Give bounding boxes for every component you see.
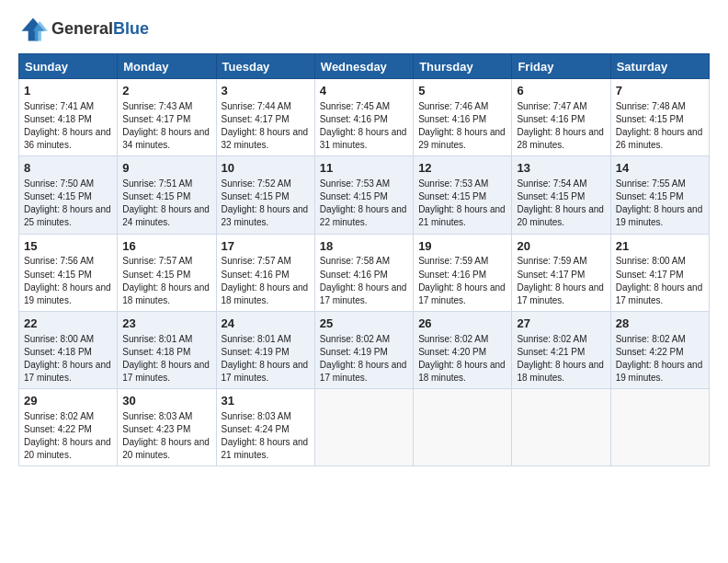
day-info: Sunrise: 7:50 AMSunset: 4:15 PMDaylight:… [24, 178, 111, 227]
day-number: 9 [122, 160, 210, 177]
calendar-cell: 11Sunrise: 7:53 AMSunset: 4:15 PMDayligh… [314, 156, 413, 234]
logo-icon [18, 15, 48, 44]
day-info: Sunrise: 7:58 AMSunset: 4:16 PMDaylight:… [320, 256, 407, 304]
day-info: Sunrise: 7:48 AMSunset: 4:15 PMDaylight:… [616, 101, 703, 150]
day-number: 20 [517, 238, 605, 255]
calendar-cell: 1Sunrise: 7:41 AMSunset: 4:18 PMDaylight… [19, 79, 118, 156]
calendar-week-row: 8Sunrise: 7:50 AMSunset: 4:15 PMDaylight… [19, 156, 710, 234]
calendar-header-row: SundayMondayTuesdayWednesdayThursdayFrid… [19, 54, 710, 79]
calendar-cell: 21Sunrise: 8:00 AMSunset: 4:17 PMDayligh… [610, 234, 709, 311]
calendar-week-row: 29Sunrise: 8:02 AMSunset: 4:22 PMDayligh… [19, 389, 710, 466]
calendar-week-row: 15Sunrise: 7:56 AMSunset: 4:15 PMDayligh… [19, 234, 710, 311]
day-info: Sunrise: 8:00 AMSunset: 4:17 PMDaylight:… [616, 256, 703, 304]
day-number: 23 [122, 316, 210, 332]
day-info: Sunrise: 8:03 AMSunset: 4:23 PMDaylight:… [122, 411, 210, 460]
calendar-cell: 12Sunrise: 7:53 AMSunset: 4:15 PMDayligh… [414, 156, 512, 234]
day-number: 7 [616, 83, 704, 99]
day-info: Sunrise: 8:01 AMSunset: 4:19 PMDaylight:… [222, 334, 309, 383]
day-number: 17 [222, 238, 310, 255]
day-number: 31 [222, 393, 310, 409]
day-info: Sunrise: 7:44 AMSunset: 4:17 PMDaylight:… [222, 101, 309, 150]
calendar-table: SundayMondayTuesdayWednesdayThursdayFrid… [18, 53, 710, 466]
calendar-cell: 25Sunrise: 8:02 AMSunset: 4:19 PMDayligh… [314, 311, 413, 388]
weekday-header-tuesday: Tuesday [216, 54, 314, 79]
day-number: 22 [24, 316, 112, 332]
calendar-cell [314, 389, 413, 466]
day-number: 16 [122, 238, 210, 255]
page: GeneralBlue SundayMondayTuesdayWednesday… [0, 0, 728, 481]
calendar-cell: 30Sunrise: 8:03 AMSunset: 4:23 PMDayligh… [118, 389, 216, 466]
calendar-cell [610, 389, 709, 466]
calendar-cell [414, 389, 512, 466]
day-info: Sunrise: 7:43 AMSunset: 4:17 PMDaylight:… [122, 101, 210, 150]
day-info: Sunrise: 7:52 AMSunset: 4:15 PMDaylight:… [222, 178, 309, 227]
calendar-cell: 4Sunrise: 7:45 AMSunset: 4:16 PMDaylight… [314, 79, 413, 156]
day-number: 10 [222, 160, 310, 177]
day-number: 2 [122, 83, 210, 99]
day-info: Sunrise: 8:02 AMSunset: 4:21 PMDaylight:… [517, 334, 604, 383]
weekday-header-saturday: Saturday [610, 54, 709, 79]
calendar-week-row: 1Sunrise: 7:41 AMSunset: 4:18 PMDaylight… [19, 79, 710, 156]
day-info: Sunrise: 7:56 AMSunset: 4:15 PMDaylight:… [24, 256, 111, 304]
day-info: Sunrise: 7:57 AMSunset: 4:16 PMDaylight:… [222, 256, 309, 304]
weekday-header-friday: Friday [512, 54, 610, 79]
day-info: Sunrise: 7:59 AMSunset: 4:16 PMDaylight:… [418, 256, 506, 304]
day-number: 30 [122, 393, 210, 409]
day-info: Sunrise: 7:41 AMSunset: 4:18 PMDaylight:… [24, 101, 111, 150]
weekday-header-wednesday: Wednesday [314, 54, 413, 79]
header: GeneralBlue [18, 15, 710, 44]
day-info: Sunrise: 8:02 AMSunset: 4:22 PMDaylight:… [616, 334, 703, 383]
day-info: Sunrise: 7:53 AMSunset: 4:15 PMDaylight:… [320, 178, 407, 227]
day-number: 3 [222, 83, 310, 99]
calendar-cell: 31Sunrise: 8:03 AMSunset: 4:24 PMDayligh… [216, 389, 314, 466]
weekday-header-thursday: Thursday [414, 54, 512, 79]
calendar-cell: 10Sunrise: 7:52 AMSunset: 4:15 PMDayligh… [216, 156, 314, 234]
calendar-cell: 8Sunrise: 7:50 AMSunset: 4:15 PMDaylight… [19, 156, 118, 234]
day-info: Sunrise: 8:02 AMSunset: 4:19 PMDaylight:… [320, 334, 407, 383]
day-info: Sunrise: 7:53 AMSunset: 4:15 PMDaylight:… [418, 178, 506, 227]
calendar-cell: 7Sunrise: 7:48 AMSunset: 4:15 PMDaylight… [610, 79, 709, 156]
day-number: 11 [320, 160, 408, 177]
calendar-cell: 9Sunrise: 7:51 AMSunset: 4:15 PMDaylight… [118, 156, 216, 234]
day-number: 13 [517, 160, 605, 177]
logo: GeneralBlue [18, 15, 149, 44]
day-number: 19 [418, 238, 506, 255]
day-info: Sunrise: 7:54 AMSunset: 4:15 PMDaylight:… [517, 178, 604, 227]
day-info: Sunrise: 7:51 AMSunset: 4:15 PMDaylight:… [122, 178, 210, 227]
calendar-cell: 24Sunrise: 8:01 AMSunset: 4:19 PMDayligh… [216, 311, 314, 388]
calendar-cell: 6Sunrise: 7:47 AMSunset: 4:16 PMDaylight… [512, 79, 610, 156]
day-info: Sunrise: 7:59 AMSunset: 4:17 PMDaylight:… [517, 256, 604, 304]
calendar-cell: 26Sunrise: 8:02 AMSunset: 4:20 PMDayligh… [414, 311, 512, 388]
calendar-cell: 23Sunrise: 8:01 AMSunset: 4:18 PMDayligh… [118, 311, 216, 388]
day-number: 8 [24, 160, 112, 177]
day-number: 12 [418, 160, 506, 177]
day-number: 1 [24, 83, 112, 99]
day-info: Sunrise: 7:45 AMSunset: 4:16 PMDaylight:… [320, 101, 407, 150]
day-number: 4 [320, 83, 408, 99]
calendar-cell: 15Sunrise: 7:56 AMSunset: 4:15 PMDayligh… [19, 234, 118, 311]
day-info: Sunrise: 8:00 AMSunset: 4:18 PMDaylight:… [24, 334, 111, 383]
weekday-header-sunday: Sunday [19, 54, 118, 79]
day-number: 27 [517, 316, 605, 332]
calendar-cell: 5Sunrise: 7:46 AMSunset: 4:16 PMDaylight… [414, 79, 512, 156]
day-info: Sunrise: 8:03 AMSunset: 4:24 PMDaylight:… [222, 411, 309, 460]
day-number: 21 [616, 238, 704, 255]
calendar-cell: 19Sunrise: 7:59 AMSunset: 4:16 PMDayligh… [414, 234, 512, 311]
day-number: 14 [616, 160, 704, 177]
calendar-cell: 16Sunrise: 7:57 AMSunset: 4:15 PMDayligh… [118, 234, 216, 311]
calendar-cell: 22Sunrise: 8:00 AMSunset: 4:18 PMDayligh… [19, 311, 118, 388]
day-info: Sunrise: 7:55 AMSunset: 4:15 PMDaylight:… [616, 178, 703, 227]
day-info: Sunrise: 8:02 AMSunset: 4:20 PMDaylight:… [418, 334, 506, 383]
day-number: 24 [222, 316, 310, 332]
day-info: Sunrise: 7:57 AMSunset: 4:15 PMDaylight:… [122, 256, 210, 304]
day-number: 15 [24, 238, 112, 255]
day-info: Sunrise: 7:46 AMSunset: 4:16 PMDaylight:… [418, 101, 506, 150]
day-info: Sunrise: 8:01 AMSunset: 4:18 PMDaylight:… [122, 334, 210, 383]
weekday-header-monday: Monday [118, 54, 216, 79]
calendar-cell: 17Sunrise: 7:57 AMSunset: 4:16 PMDayligh… [216, 234, 314, 311]
day-info: Sunrise: 7:47 AMSunset: 4:16 PMDaylight:… [517, 101, 604, 150]
day-number: 29 [24, 393, 112, 409]
day-number: 25 [320, 316, 408, 332]
calendar-cell: 2Sunrise: 7:43 AMSunset: 4:17 PMDaylight… [118, 79, 216, 156]
calendar-cell: 3Sunrise: 7:44 AMSunset: 4:17 PMDaylight… [216, 79, 314, 156]
